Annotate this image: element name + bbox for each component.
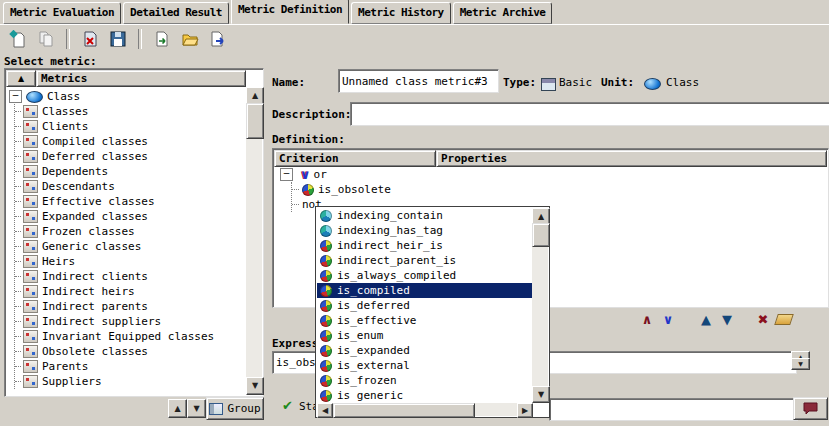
criterion-dropdown-list: indexing_contain indexing_has_tag indire… <box>317 208 533 403</box>
tree-item[interactable]: Indirect parents <box>15 299 246 314</box>
tree-item[interactable]: Generic classes <box>15 239 246 254</box>
move-metric-up-button[interactable]: ▲ <box>168 399 187 418</box>
tree-item-label: Invariant Equipped classes <box>42 330 214 343</box>
scroll-down-button[interactable]: ▼ <box>532 386 550 403</box>
tab-detailed-result[interactable]: Detailed Result <box>123 2 229 24</box>
scroll-right-button[interactable]: ▶ <box>517 403 533 418</box>
dropdown-vertical-scrollbar[interactable]: ▲ ▼ <box>532 208 548 403</box>
dropdown-item[interactable]: is generic <box>317 388 533 403</box>
properties-column-header[interactable]: Properties <box>436 150 827 167</box>
and-operator-button[interactable]: ∧ <box>638 311 656 328</box>
collapse-icon[interactable]: − <box>280 168 293 181</box>
scroll-down-button[interactable]: ▼ <box>246 377 264 395</box>
scroll-thumb[interactable] <box>246 103 264 139</box>
scroll-thumb[interactable] <box>333 403 475 418</box>
dropdown-item[interactable]: is_deferred <box>317 298 533 313</box>
delete-criterion-button[interactable]: ✖ <box>754 311 772 328</box>
tree-item[interactable]: Indirect heirs <box>15 284 246 299</box>
tree-item[interactable]: Suppliers <box>15 374 246 389</box>
tab-metric-evaluation[interactable]: Metric Evaluation <box>3 2 121 24</box>
metric-icon <box>23 225 38 238</box>
metric-icon <box>23 285 38 298</box>
scroll-track[interactable] <box>475 403 517 416</box>
criterion-column-header[interactable]: Criterion <box>274 150 436 167</box>
dropdown-item[interactable]: indirect_heir_is <box>317 238 533 253</box>
dropdown-item[interactable]: is_always_compiled <box>317 268 533 283</box>
definition-row-criterion[interactable]: is_obsolete <box>292 182 827 197</box>
dropdown-item[interactable]: indexing_contain <box>317 208 533 223</box>
group-toggle-button[interactable]: Group <box>206 397 264 420</box>
arrow-up-icon: ▲ <box>252 92 258 100</box>
copy-metric-button[interactable] <box>34 27 58 51</box>
metric-icon <box>23 255 38 268</box>
tree-item[interactable]: Frozen classes <box>15 224 246 239</box>
dropdown-item[interactable]: is_enum <box>317 328 533 343</box>
new-metric-button[interactable] <box>6 27 30 51</box>
dropdown-item[interactable]: is_effective <box>317 313 533 328</box>
collapse-icon[interactable]: − <box>9 90 22 103</box>
scroll-left-button[interactable]: ◀ <box>317 403 333 418</box>
scroll-thumb[interactable] <box>532 223 550 247</box>
type-label: Type: <box>503 76 536 89</box>
dropdown-horizontal-scrollbar[interactable]: ◀ ▶ <box>317 403 533 416</box>
move-metric-down-button[interactable]: ▼ <box>187 399 206 418</box>
metric-icon <box>23 105 38 118</box>
tree-item-label: Frozen classes <box>42 225 135 238</box>
dropdown-item[interactable]: indexing_has_tag <box>317 223 533 238</box>
tree-item[interactable]: Clients <box>15 119 246 134</box>
definition-row-or[interactable]: − ∨ or <box>274 167 827 182</box>
unit-label: Unit: <box>601 76 634 89</box>
dropdown-item[interactable]: is_external <box>317 358 533 373</box>
move-criterion-down-button[interactable]: ▼ <box>718 311 736 328</box>
metric-icon <box>23 270 38 283</box>
move-criterion-up-button[interactable]: ▲ <box>697 311 715 328</box>
tree-item[interactable]: Classes <box>15 104 246 119</box>
dropdown-item[interactable]: is_expanded <box>317 343 533 358</box>
sort-button[interactable]: ▲ <box>6 70 36 87</box>
new-metric-icon <box>9 30 27 48</box>
tab-metric-history[interactable]: Metric History <box>351 2 451 24</box>
criterion-pie-icon <box>320 240 332 252</box>
criterion-pie-icon <box>320 345 332 357</box>
tree-scrollbar[interactable]: ▲ ▼ <box>246 87 262 395</box>
tree-item[interactable]: Indirect clients <box>15 269 246 284</box>
description-label: Description: <box>272 108 351 121</box>
export-metric-button[interactable] <box>206 27 230 51</box>
import-metric-button[interactable] <box>150 27 174 51</box>
metric-icon <box>23 315 38 328</box>
tree-item[interactable]: Expanded classes <box>15 209 246 224</box>
tree-item[interactable]: Compiled classes <box>15 134 246 149</box>
tree-item[interactable]: Invariant Equipped classes <box>15 329 246 344</box>
eraser-icon <box>774 314 794 325</box>
tree-item[interactable]: Obsolete classes <box>15 344 246 359</box>
metrics-column-header[interactable]: Metrics <box>36 70 246 87</box>
tree-item[interactable]: Indirect suppliers <box>15 314 246 329</box>
comment-button[interactable] <box>793 397 828 420</box>
save-metric-button[interactable] <box>106 27 130 51</box>
or-operator-button[interactable]: ∨ <box>659 311 677 328</box>
tab-metric-definition[interactable]: Metric Definition <box>231 0 349 24</box>
tree-item-label: Heirs <box>42 255 75 268</box>
tree-item[interactable]: Dependents <box>15 164 246 179</box>
metric-tree-header: ▲ Metrics <box>6 70 246 87</box>
tree-item-class[interactable]: − Class <box>7 89 246 104</box>
spin-down-button[interactable]: ▼ <box>791 358 810 370</box>
tree-item-label: Class <box>47 90 80 103</box>
tree-item[interactable]: Deferred classes <box>15 149 246 164</box>
tree-item-label: Parents <box>42 360 88 373</box>
bottom-input[interactable] <box>549 398 798 421</box>
open-metric-file-button[interactable] <box>178 27 202 51</box>
name-input[interactable] <box>338 69 499 93</box>
delete-metric-button[interactable] <box>78 27 102 51</box>
tree-item[interactable]: Descendants <box>15 179 246 194</box>
tab-metric-archive[interactable]: Metric Archive <box>453 2 553 24</box>
tree-item[interactable]: Effective classes <box>15 194 246 209</box>
dropdown-item-selected[interactable]: is_compiled <box>317 283 533 298</box>
dropdown-item[interactable]: is_frozen <box>317 373 533 388</box>
copy-metric-icon <box>37 30 55 48</box>
clear-definition-button[interactable] <box>775 311 793 328</box>
description-input[interactable] <box>350 102 829 126</box>
tree-item[interactable]: Parents <box>15 359 246 374</box>
dropdown-item[interactable]: indirect_parent_is <box>317 253 533 268</box>
tree-item[interactable]: Heirs <box>15 254 246 269</box>
